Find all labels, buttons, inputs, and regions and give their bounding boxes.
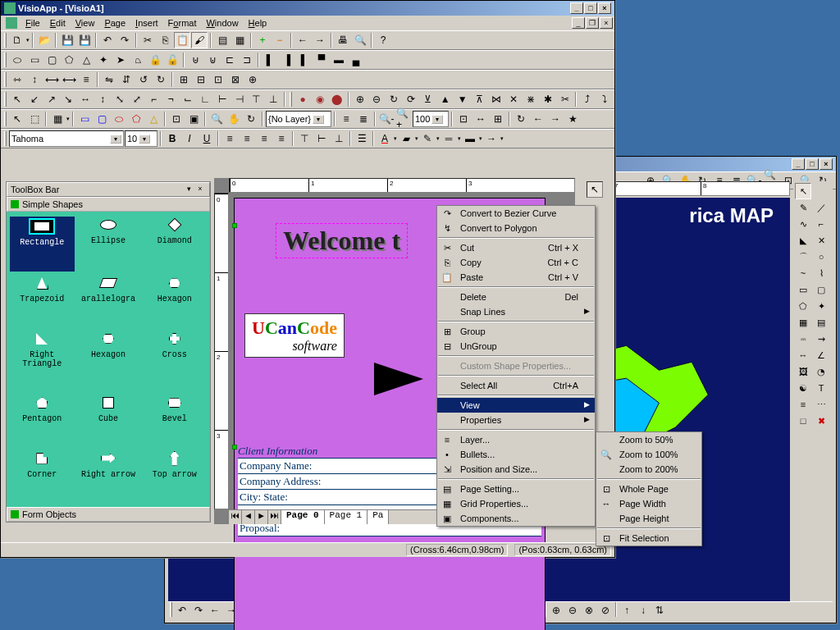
browse-icon[interactable]: ⋯ bbox=[813, 396, 829, 413]
node10-icon[interactable]: ¬ bbox=[162, 91, 179, 107]
remove-page-icon[interactable]: − bbox=[272, 32, 288, 48]
view-page-width[interactable]: ↔Page Width bbox=[596, 496, 701, 511]
btool-3-icon[interactable]: ← bbox=[207, 602, 223, 619]
menu-help[interactable]: Help bbox=[244, 17, 272, 29]
unlock-icon[interactable]: 🔓 bbox=[164, 52, 180, 68]
shape-bevel[interactable]: Bevel bbox=[142, 395, 207, 446]
minimize-button[interactable]: _ bbox=[570, 2, 583, 14]
ctx-grid-properties-[interactable]: ▦Grid Properties... bbox=[437, 496, 595, 511]
shape-rectangle[interactable]: Rectangle bbox=[10, 217, 75, 272]
shape-top-arrow[interactable]: Top arrow bbox=[142, 450, 207, 502]
toolbox-section-shapes[interactable]: Simple Shapes bbox=[7, 197, 210, 212]
sel-trap-icon[interactable]: ⏢ bbox=[130, 52, 146, 68]
bold-icon[interactable]: B bbox=[164, 130, 180, 147]
edit4-icon[interactable]: ⟳ bbox=[403, 91, 419, 107]
mdi-restore-button[interactable]: ❐ bbox=[586, 17, 599, 29]
cursor-tool-icon[interactable]: ↖ bbox=[795, 183, 811, 199]
dist-h-icon[interactable]: ⇿ bbox=[9, 71, 25, 88]
lock-icon[interactable]: 🔒 bbox=[147, 52, 163, 68]
prev-page-icon[interactable]: ← bbox=[294, 32, 311, 48]
ctx-convert-to-polygon[interactable]: ↯Convert to Polygon bbox=[437, 221, 595, 235]
star-icon[interactable]: ✦ bbox=[813, 298, 829, 314]
shape-right-arrow[interactable]: Right arrow bbox=[76, 450, 141, 502]
linestyle-icon[interactable]: ═ bbox=[441, 130, 457, 147]
menu-edit[interactable]: Edit bbox=[45, 17, 71, 29]
polyline-icon[interactable]: ⌐ bbox=[813, 216, 829, 232]
ctx-snap-lines[interactable]: Snap Lines▶ bbox=[437, 304, 595, 319]
sel-rect-icon[interactable]: ▭ bbox=[26, 52, 43, 68]
node3-icon[interactable]: ↗ bbox=[43, 91, 60, 107]
node14-icon[interactable]: ⊣ bbox=[231, 91, 248, 107]
redo-icon[interactable]: ↷ bbox=[116, 32, 133, 48]
text-tool-icon[interactable]: T bbox=[813, 380, 829, 396]
btool-y1-icon[interactable]: ↑ bbox=[619, 602, 635, 619]
space-v-icon[interactable]: ⊟ bbox=[193, 71, 209, 88]
alignjust-icon[interactable]: ≡ bbox=[273, 130, 290, 147]
btool-2-icon[interactable]: ↷ bbox=[190, 602, 207, 619]
ctx-bullets-[interactable]: •Bullets... bbox=[437, 447, 595, 462]
tab-prev-icon[interactable]: ◀ bbox=[242, 510, 255, 524]
ctx-view[interactable]: View▶ bbox=[437, 398, 595, 413]
btool-y2-icon[interactable]: ↓ bbox=[635, 602, 651, 619]
edit6-icon[interactable]: ▲ bbox=[437, 91, 454, 107]
view-zoom-to-50-[interactable]: Zoom to 50% bbox=[596, 432, 701, 447]
ctx-properties[interactable]: Properties▶ bbox=[437, 413, 595, 427]
menu-view[interactable]: View bbox=[71, 17, 100, 29]
save-icon[interactable]: 💾 bbox=[59, 32, 75, 48]
layers-mgr-icon[interactable]: ≣ bbox=[355, 111, 372, 127]
spline-icon[interactable]: ⌇ bbox=[813, 265, 829, 281]
shape-pentagon[interactable]: Pentagon bbox=[10, 395, 75, 446]
refresh-view-icon[interactable]: ↻ bbox=[513, 111, 529, 127]
node7-icon[interactable]: ⤡ bbox=[112, 91, 128, 107]
sel-tri-icon[interactable]: △ bbox=[78, 52, 94, 68]
snap-icon[interactable]: ⊕ bbox=[244, 71, 261, 88]
sel-poly-icon[interactable]: ⬠ bbox=[61, 52, 77, 68]
x-icon[interactable]: ✕ bbox=[813, 232, 829, 249]
select-rect-icon[interactable]: ⬚ bbox=[26, 111, 43, 127]
alignb-icon[interactable]: ▄ bbox=[348, 52, 364, 68]
print-preview-icon[interactable]: 🔍 bbox=[352, 32, 368, 48]
ctx-cut[interactable]: ✂CutCtrl + X bbox=[437, 240, 595, 255]
shape-hexagon[interactable]: Hexagon bbox=[142, 275, 207, 326]
alignright-icon[interactable]: ≡ bbox=[256, 130, 272, 147]
shape-poly-icon[interactable]: ⬠ bbox=[128, 111, 144, 127]
btool-1-icon[interactable]: ↶ bbox=[174, 602, 190, 619]
alignleft-icon[interactable]: ≡ bbox=[221, 130, 238, 147]
format-painter-icon[interactable]: 🖌 bbox=[191, 32, 208, 48]
menu-file[interactable]: File bbox=[21, 17, 45, 29]
tab-next-icon[interactable]: ▶ bbox=[255, 510, 268, 524]
fit-sel-icon[interactable]: ⊞ bbox=[490, 111, 506, 127]
shape-trapezoid[interactable]: Trapezoid bbox=[10, 275, 75, 326]
zoomin-icon[interactable]: 🔍+ bbox=[395, 111, 412, 127]
ctx-select-all[interactable]: Select AllCtrl+A bbox=[437, 378, 595, 393]
edit12-icon[interactable]: ✱ bbox=[540, 91, 556, 107]
edit1-icon[interactable]: ⊕ bbox=[352, 91, 368, 107]
rotate-tool-icon[interactable]: ↻ bbox=[243, 111, 259, 127]
fillcolor-icon[interactable]: ▰ bbox=[398, 130, 414, 147]
node1-icon[interactable]: ↖ bbox=[9, 91, 25, 107]
fit-page-icon[interactable]: ⊡ bbox=[455, 111, 472, 127]
ctx-convert-to-bezier-curve[interactable]: ↷Convert to Bezier Curve bbox=[437, 206, 595, 221]
ctx-ungroup[interactable]: ⊟UnGroup bbox=[437, 339, 595, 354]
ctx-paste[interactable]: 📋PasteCtrl + V bbox=[437, 270, 595, 285]
edit10-icon[interactable]: ✕ bbox=[505, 91, 522, 107]
same-h-icon[interactable]: ⟷ bbox=[61, 71, 77, 88]
alignl-icon[interactable]: ▌ bbox=[262, 52, 278, 68]
open-icon[interactable]: 📂 bbox=[36, 32, 52, 48]
node9-icon[interactable]: ⌐ bbox=[146, 91, 162, 107]
edit8-icon[interactable]: ⊼ bbox=[472, 91, 488, 107]
arc-icon[interactable]: ⌒ bbox=[795, 249, 811, 265]
ellipse-tool-icon[interactable]: ○ bbox=[813, 249, 829, 265]
shape-tri-icon[interactable]: △ bbox=[145, 111, 162, 127]
welcome-text[interactable]: Welcome t bbox=[276, 223, 408, 258]
node8-icon[interactable]: ⤢ bbox=[129, 91, 145, 107]
center-h-icon[interactable]: ⊡ bbox=[210, 71, 226, 88]
saveall-icon[interactable]: 💾 bbox=[76, 32, 93, 48]
ucancode-logo[interactable]: UCanCode software bbox=[244, 313, 345, 358]
shape-corner[interactable]: Corner bbox=[10, 450, 75, 502]
btool-y3-icon[interactable]: ⇅ bbox=[651, 602, 668, 619]
minimize-button[interactable]: _ bbox=[792, 158, 805, 170]
help-icon[interactable]: ? bbox=[375, 32, 391, 48]
layers-toggle-icon[interactable]: ≡ bbox=[338, 111, 354, 127]
node13-icon[interactable]: ⊢ bbox=[214, 91, 231, 107]
